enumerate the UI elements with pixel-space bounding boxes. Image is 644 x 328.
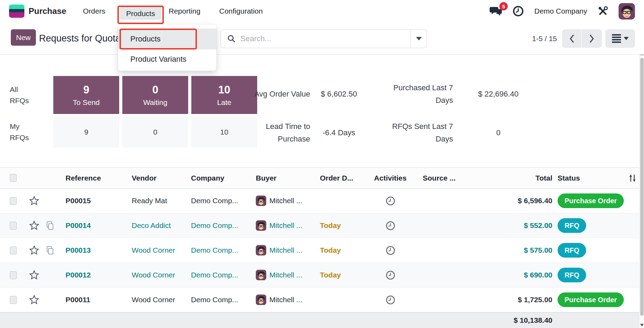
header-source[interactable]: Source ... [420,174,463,182]
rfq-company[interactable]: Demo Comp... [188,197,253,205]
pager-previous-button[interactable] [562,29,581,48]
activity-clock-icon[interactable] [361,221,420,231]
purchase-app-logo-icon[interactable] [9,5,24,18]
search-icon [227,35,236,43]
company-switcher[interactable]: Demo Company [534,7,587,15]
buyer-name: Mitchell ... [269,246,302,254]
debug-tools-icon[interactable] [598,6,608,16]
header-order-date[interactable]: Order D... [317,174,361,182]
nav-reporting[interactable]: Reporting [169,0,200,22]
stage-waiting-all[interactable]: 0 Waiting [122,76,188,114]
user-avatar[interactable] [619,3,635,20]
activity-clock-icon[interactable] [361,270,420,280]
stage-waiting-my[interactable]: 0 [122,116,188,148]
star-icon[interactable] [29,270,39,280]
header-company[interactable]: Company [188,174,253,182]
scrollbar-thumb[interactable] [640,58,644,316]
nav-products[interactable]: Products [120,7,161,20]
nav-orders[interactable]: Orders [83,0,105,22]
rfq-buyer[interactable]: Mitchell ... [253,196,317,206]
stage-late-my[interactable]: 10 [191,116,257,148]
rfq-reference[interactable]: P00011 [59,296,125,304]
buyer-avatar [256,270,266,280]
stage-to-send-all[interactable]: 9 To Send [53,76,119,114]
rfq-buyer[interactable]: Mitchell ... [253,220,317,231]
row-checkbox[interactable] [10,222,17,230]
row-checkbox[interactable] [10,197,17,205]
stage-count: 9 [83,84,89,96]
messages-icon[interactable]: 5 [490,6,502,17]
activity-clock-icon[interactable] [361,245,420,255]
top-navbar: Purchase Orders Products Reporting Confi… [0,0,644,22]
activities-systray-icon[interactable] [513,6,524,17]
rfq-company[interactable]: Demo Comp... [188,296,253,304]
rfq-reference[interactable]: P00015 [59,197,125,205]
row-checkbox[interactable] [10,271,17,279]
header-activities[interactable]: Activities [361,174,420,182]
status-badge: RFQ [558,243,586,258]
header-reference[interactable]: Reference [59,174,125,182]
row-checkbox[interactable] [10,246,17,254]
activity-clock-icon[interactable] [361,196,420,206]
list-footer: $ 10,138.40 [0,312,639,328]
table-row[interactable]: P00015 Ready Mat Demo Comp... Mitchell .… [0,189,639,213]
message-count-badge: 5 [499,2,508,10]
nav-configuration[interactable]: Configuration [219,0,263,22]
star-icon[interactable] [29,221,39,231]
rfq-vendor[interactable]: Deco Addict [125,221,188,230]
menu-item-products[interactable]: Products [118,29,216,49]
star-icon[interactable] [29,196,39,206]
select-all-checkbox[interactable] [10,174,17,182]
buyer-name: Mitchell ... [269,197,302,205]
rfq-reference[interactable]: P00012 [59,271,125,279]
header-vendor[interactable]: Vendor [125,174,188,182]
status-badge: RFQ [558,218,586,233]
buyer-avatar [256,245,266,255]
rfq-total: $ 6,596.40 [463,197,558,205]
rfq-reference[interactable]: P00014 [59,221,125,230]
view-switcher-button[interactable] [605,29,635,48]
search-filters-toggle[interactable] [411,30,427,48]
chevron-down-icon [624,37,629,40]
buyer-name: Mitchell ... [269,221,302,230]
kpi-lead-time-label: Lead Time to Purchase [254,119,310,147]
rfq-company[interactable]: Demo Comp... [188,246,253,254]
rfq-reference[interactable]: P00013 [59,246,125,254]
header-total[interactable]: Total [463,174,558,182]
rfq-vendor[interactable]: Wood Corner [125,271,188,279]
table-row[interactable]: P00013 Wood Corner Demo Comp... Mitchell… [0,238,639,263]
pager-range: 1-5 / 15 [522,22,557,55]
star-icon[interactable] [29,245,39,255]
table-row[interactable]: P00011 Wood Corner Demo Comp... Mitchell… [0,288,639,312]
rfq-buyer[interactable]: Mitchell ... [253,270,317,280]
rfq-company[interactable]: Demo Comp... [188,271,253,279]
chevron-right-icon [589,34,595,43]
vertical-scrollbar[interactable] [639,50,644,328]
stage-label: Waiting [143,98,167,107]
row-checkbox[interactable] [10,296,17,304]
star-icon[interactable] [29,295,39,305]
table-row[interactable]: P00012 Wood Corner Demo Comp... Mitchell… [0,263,639,288]
rfq-buyer[interactable]: Mitchell ... [253,295,317,305]
scroll-down-arrow-icon[interactable] [640,324,644,327]
table-row[interactable]: P00014 Deco Addict Demo Comp... Mitchell… [0,213,639,238]
rfq-buyer[interactable]: Mitchell ... [253,245,317,255]
rfq-vendor[interactable]: Wood Corner [125,246,188,254]
menu-item-product-variants[interactable]: Product Variants [118,51,216,68]
optional-columns-button[interactable] [626,174,639,183]
kpi-rfqs-sent-label: RFQs Sent Last 7 Days [389,119,453,147]
activity-clock-icon[interactable] [361,295,420,305]
header-buyer[interactable]: Buyer [253,174,317,182]
new-button[interactable]: New [11,29,36,46]
search-input[interactable] [240,34,411,43]
app-title: Purchase [29,0,66,22]
all-rfqs-label: All RFQs [10,76,38,114]
pager-next-button[interactable] [582,29,602,48]
status-badge: Purchase Order [558,193,624,208]
rfq-vendor[interactable]: Ready Mat [125,197,188,205]
purchase-app-screen: Purchase Orders Products Reporting Confi… [0,0,644,328]
header-status[interactable]: Status [558,174,626,182]
stage-to-send-my[interactable]: 9 [53,116,119,148]
rfq-vendor[interactable]: Wood Corner [125,296,188,304]
rfq-company[interactable]: Demo Comp... [188,221,253,230]
